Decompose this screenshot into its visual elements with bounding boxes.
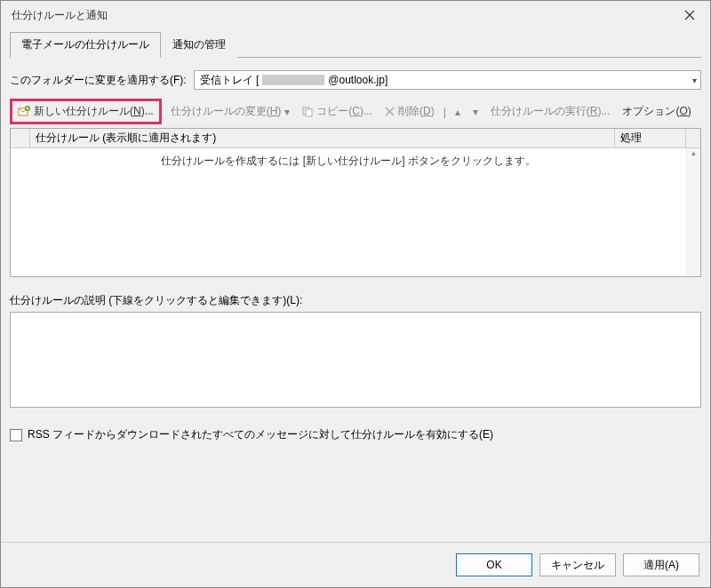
new-rule-label: 新しい仕分けルール(N)... — [34, 104, 154, 119]
delete-icon — [385, 107, 395, 116]
window-title: 仕分けルールと通知 — [12, 8, 108, 23]
tab-notifications[interactable]: 通知の管理 — [161, 32, 237, 58]
header-action-column[interactable]: 処理 — [615, 129, 686, 147]
folder-select-value: 受信トレイ [ @outlook.jp] — [200, 73, 388, 88]
new-rule-icon — [18, 106, 30, 118]
close-icon — [684, 10, 695, 20]
folder-select[interactable]: 受信トレイ [ @outlook.jp] ▾ — [194, 70, 701, 90]
redacted-email — [262, 75, 324, 85]
ok-button[interactable]: OK — [456, 553, 532, 576]
chevron-down-icon: ▾ — [284, 106, 290, 118]
dialog-content: 電子メールの仕分けルール 通知の管理 このフォルダーに変更を適用する(F): 受… — [1, 29, 710, 542]
folder-label: このフォルダーに変更を適用する(F): — [10, 73, 187, 88]
chevron-down-icon: ▾ — [473, 106, 478, 118]
copy-rule-button[interactable]: コピー(C)... — [299, 102, 376, 121]
header-scrollcorner — [686, 129, 700, 147]
close-button[interactable] — [676, 2, 703, 28]
tab-email-rules[interactable]: 電子メールの仕分けルール — [10, 32, 161, 58]
new-rule-button[interactable]: 新しい仕分けルール(N)... — [14, 102, 157, 121]
titlebar: 仕分けルールと通知 — [1, 1, 710, 29]
dialog-footer: OK キャンセル 適用(A) — [1, 542, 710, 587]
header-rule-column[interactable]: 仕分けルール (表示順に適用されます) — [30, 129, 615, 147]
rules-table-header: 仕分けルール (表示順に適用されます) 処理 — [11, 129, 700, 148]
toolbar: 新しい仕分けルール(N)... 仕分けルールの変更(H) ▾ コピー(C)...… — [10, 99, 701, 124]
svg-rect-3 — [306, 109, 312, 116]
rules-table: 仕分けルール (表示順に適用されます) 処理 仕分けルールを作成するには [新し… — [10, 128, 701, 277]
delete-rule-button[interactable]: 削除(D) — [381, 102, 438, 121]
header-corner — [11, 129, 30, 147]
apply-button[interactable]: 適用(A) — [623, 553, 699, 576]
copy-icon — [302, 107, 313, 117]
rss-checkbox-label: RSS フィードからダウンロードされたすべてのメッセージに対して仕分けルールを有… — [28, 427, 493, 442]
rss-checkbox[interactable] — [10, 429, 22, 441]
move-down-button[interactable]: ▾ — [469, 104, 482, 120]
scroll-up-icon: ▴ — [687, 148, 700, 161]
scrollbar[interactable]: ▴ — [686, 148, 700, 276]
highlight-annotation: 新しい仕分けルール(N)... — [10, 99, 162, 124]
folder-row: このフォルダーに変更を適用する(F): 受信トレイ [ @outlook.jp]… — [10, 70, 701, 90]
tab-bar: 電子メールの仕分けルール 通知の管理 — [10, 31, 701, 58]
description-box[interactable] — [10, 312, 701, 408]
empty-rules-message: 仕分けルールを作成するには [新しい仕分けルール] ボタンをクリックします。 — [11, 148, 686, 276]
description-label: 仕分けルールの説明 (下線をクリックすると編集できます)(L): — [10, 293, 701, 308]
options-button[interactable]: オプション(O) — [619, 102, 694, 121]
change-rule-button[interactable]: 仕分けルールの変更(H) ▾ — [167, 102, 294, 121]
rules-table-body: 仕分けルールを作成するには [新しい仕分けルール] ボタンをクリックします。 ▴ — [11, 148, 700, 276]
run-rules-button[interactable]: 仕分けルールの実行(R)... — [487, 102, 614, 121]
cancel-button[interactable]: キャンセル — [539, 553, 616, 576]
rss-checkbox-row[interactable]: RSS フィードからダウンロードされたすべてのメッセージに対して仕分けルールを有… — [10, 427, 701, 442]
move-up-button[interactable]: ▴ — [451, 104, 464, 120]
chevron-down-icon: ▾ — [692, 75, 697, 85]
rules-and-alerts-dialog: 仕分けルールと通知 電子メールの仕分けルール 通知の管理 このフォルダーに変更を… — [0, 0, 711, 588]
chevron-up-icon: ▴ — [455, 106, 460, 118]
separator: | — [443, 106, 446, 118]
